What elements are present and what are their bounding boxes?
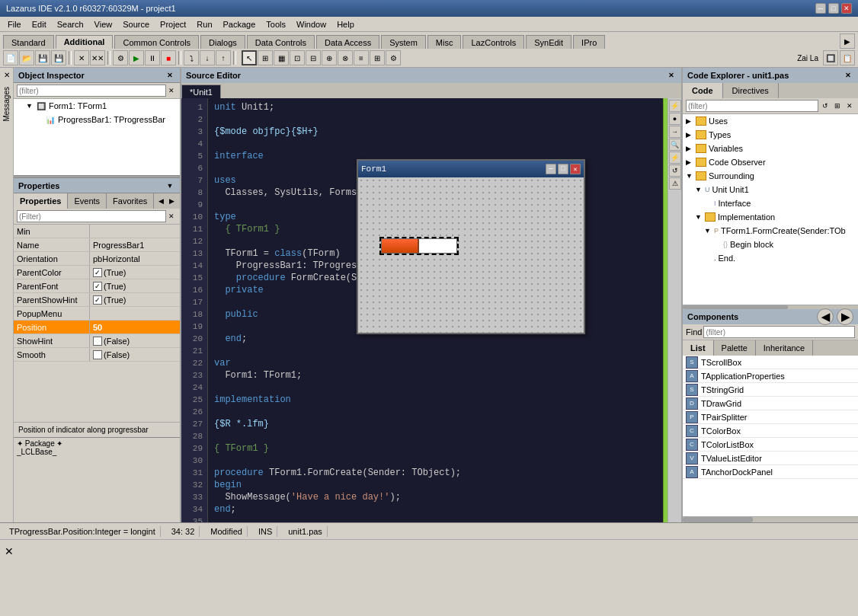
props-nav-right[interactable]: ▶ (166, 196, 177, 206)
comp-item-appprops[interactable]: A TApplicationProperties (683, 369, 858, 383)
ce-item-beginblock[interactable]: {} Begin block (683, 238, 858, 251)
palette-comp6[interactable]: ⊗ (338, 50, 353, 65)
prop-value-parentfont[interactable]: ✓ (True) (90, 279, 180, 292)
comp-item-drawgrid[interactable]: D TDrawGrid (683, 397, 858, 410)
form-restore-btn[interactable]: □ (558, 164, 568, 174)
step-in-btn[interactable]: ↓ (200, 50, 215, 65)
palette-comp2[interactable]: ▦ (274, 50, 289, 65)
prop-value-position[interactable]: 50 (90, 321, 180, 334)
menu-source[interactable]: Source (118, 18, 154, 30)
comp-item-colorlistbox[interactable]: C TColorListBox (683, 438, 858, 452)
tab-standard[interactable]: Standard (3, 35, 54, 49)
new-btn[interactable]: 📄 (3, 50, 18, 65)
tab-properties[interactable]: Properties (14, 193, 68, 209)
palette-comp5[interactable]: ⊕ (322, 50, 337, 65)
palette-comp7[interactable]: ≡ (354, 50, 369, 65)
menu-package[interactable]: Package (219, 18, 261, 30)
comp-find-input[interactable] (703, 326, 855, 338)
form-preview-window[interactable]: Form1 ─ □ ✕ (357, 159, 585, 334)
prop-value-name[interactable]: ProgressBar1 (90, 238, 180, 251)
oi-filter-btn[interactable]: ✕ (166, 85, 177, 96)
tab-directives[interactable]: Directives (723, 83, 779, 98)
tab-lazcontrols[interactable]: LazControls (463, 35, 524, 49)
save-all-btn[interactable]: 💾 (51, 50, 66, 65)
search-btn[interactable]: 🔍 (669, 139, 681, 151)
code-editor[interactable]: 1234567891011121314151617181920212223242… (181, 98, 668, 522)
ce-refresh-btn[interactable]: ↺ (820, 101, 831, 111)
menu-run[interactable]: Run (192, 18, 216, 30)
ce-filter-input[interactable] (686, 100, 818, 112)
menu-search[interactable]: Search (53, 18, 88, 30)
palette-scroll-right[interactable]: ▶ (840, 34, 855, 49)
palette-comp9[interactable]: ⚙ (386, 50, 401, 65)
step-over-btn[interactable]: ⤵ (184, 50, 199, 65)
menu-window[interactable]: Window (292, 18, 331, 30)
menu-view[interactable]: View (90, 18, 117, 30)
props-nav-left[interactable]: ◀ (155, 196, 166, 206)
comp-nav-left[interactable]: ◀ (817, 308, 834, 325)
menu-tools[interactable]: Tools (261, 18, 290, 30)
form-minimize-btn[interactable]: ─ (546, 164, 556, 174)
form-preview-body[interactable] (358, 177, 584, 333)
step-out-btn[interactable]: ↑ (216, 50, 231, 65)
prop-value-min[interactable] (90, 225, 180, 238)
tab-dialogs[interactable]: Dialogs (200, 35, 245, 49)
prop-value-orientation[interactable]: pbHorizontal (90, 252, 180, 265)
comp-item-valuelisteditor[interactable]: V TValueListEditor (683, 452, 858, 465)
tab-additional[interactable]: Additional (56, 35, 114, 49)
maximize-button[interactable]: □ (828, 3, 839, 14)
menu-help[interactable]: Help (332, 18, 359, 30)
ce-item-unit1[interactable]: ▼ U Unit Unit1 (683, 183, 858, 196)
comp-item-stringgrid[interactable]: S TStringGrid (683, 383, 858, 397)
comp-tab-palette[interactable]: Palette (714, 340, 756, 356)
menu-edit[interactable]: Edit (27, 18, 51, 30)
ce-filter-clear-btn[interactable]: ✕ (844, 101, 855, 111)
close-messages-icon[interactable]: ✕ (4, 71, 10, 79)
tab-data-controls[interactable]: Data Controls (247, 35, 315, 49)
tab-code[interactable]: Code (683, 83, 723, 98)
bookmark-btn[interactable]: ⚡ (669, 100, 681, 112)
source-editor-close[interactable]: ✕ (666, 70, 677, 81)
props-filter-clear[interactable]: ✕ (166, 211, 177, 222)
tab-system[interactable]: System (381, 35, 426, 49)
oi-close-btn[interactable]: ✕ (165, 70, 175, 81)
prop-value-smooth[interactable]: (False) (90, 348, 180, 361)
view-form-btn[interactable]: 🔲 (823, 50, 838, 65)
props-filter-input[interactable] (17, 210, 166, 222)
build-btn[interactable]: ⚙ (113, 50, 128, 65)
form-close-btn[interactable]: ✕ (570, 164, 581, 174)
tab-ipro[interactable]: IPro (573, 35, 605, 49)
tab-common-controls[interactable]: Common Controls (114, 35, 199, 49)
comp-item-scrollbox[interactable]: S TScrollBox (683, 356, 858, 369)
tab-favorites[interactable]: Favorites (107, 193, 154, 209)
save-btn[interactable]: 💾 (35, 50, 50, 65)
tree-item-form1[interactable]: ▼ 🔲 Form1: TForm1 (14, 99, 180, 113)
palette-cursor[interactable]: ↖ (242, 50, 257, 65)
menu-file[interactable]: File (3, 18, 26, 30)
run-btn[interactable]: ▶ (129, 50, 144, 65)
ce-item-codeobserver[interactable]: ▶ Code Observer (683, 155, 858, 169)
tab-synedit[interactable]: SynEdit (526, 35, 571, 49)
ce-item-surrounding[interactable]: ▼ Surrounding (683, 169, 858, 183)
jump-btn[interactable]: ↺ (669, 164, 681, 177)
comp-item-colorbox[interactable]: C TColorBox (683, 424, 858, 438)
tab-events[interactable]: Events (68, 193, 107, 209)
ce-item-interface[interactable]: I Interface (683, 196, 858, 210)
comp-item-pairsplitter[interactable]: P TPairSplitter (683, 410, 858, 424)
close-btn[interactable]: ✕ (74, 50, 89, 65)
palette-comp1[interactable]: ⊞ (258, 50, 273, 65)
stop-btn[interactable]: ■ (161, 50, 176, 65)
comp-nav-right[interactable]: ▶ (837, 308, 853, 325)
ce-expand-btn[interactable]: ⊞ (832, 101, 843, 111)
prop-value-showhint[interactable]: (False) (90, 334, 180, 347)
comp-tab-inheritance[interactable]: Inheritance (756, 340, 813, 356)
tab-misc[interactable]: Misc (427, 35, 462, 49)
bottom-close-btn[interactable]: ✕ (5, 545, 14, 557)
open-btn[interactable]: 📂 (19, 50, 34, 65)
ce-item-types[interactable]: ▶ Types (683, 128, 858, 142)
ce-close-btn[interactable]: ✕ (843, 70, 853, 81)
ce-item-uses[interactable]: ▶ Uses (683, 114, 858, 128)
tab-data-access[interactable]: Data Access (316, 35, 379, 49)
oi-filter-input[interactable] (17, 85, 166, 97)
ce-item-formcreate[interactable]: ▼ P TForm1.FormCreate(Sender:TOb (683, 224, 858, 238)
